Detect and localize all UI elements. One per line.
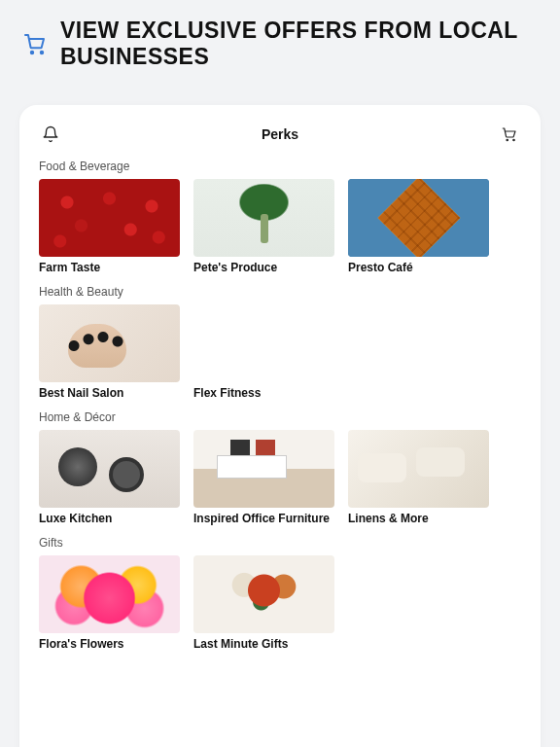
grid-food: Farm Taste Pete's Produce Presto Café — [39, 179, 521, 275]
grid-health: Best Nail Salon Flex Fitness — [39, 304, 521, 401]
perk-item[interactable]: Luxe Kitchen — [39, 430, 180, 526]
thumb-pans — [39, 430, 180, 508]
thumb-linens — [348, 430, 489, 508]
perk-item[interactable]: Presto Café — [348, 179, 489, 275]
perk-item[interactable]: Linens & More — [348, 430, 489, 526]
perk-item[interactable]: Best Nail Salon — [39, 304, 180, 401]
perk-label: Best Nail Salon — [39, 386, 180, 401]
thumb-strawberries — [39, 179, 180, 257]
perk-label: Flex Fitness — [193, 386, 334, 401]
thumb-blank — [193, 304, 334, 382]
section-title-food: Food & Beverage — [39, 160, 521, 173]
svg-point-1 — [41, 52, 43, 53]
promo-banner: VIEW EXCLUSIVE OFFERS FROM LOCAL BUSINES… — [0, 0, 560, 80]
svg-point-0 — [31, 52, 33, 53]
thumb-nails — [39, 304, 180, 382]
thumb-gifts — [193, 555, 334, 633]
cart-outline-icon[interactable] — [498, 123, 521, 146]
thumb-flora — [39, 555, 180, 633]
section-title-gifts: Gifts — [39, 536, 521, 550]
perk-label: Last Minute Gifts — [193, 637, 334, 652]
grid-home: Luxe Kitchen Inspired Office Furniture L… — [39, 430, 521, 526]
perk-item[interactable]: Flora's Flowers — [39, 555, 180, 652]
perk-item[interactable]: Flex Fitness — [193, 304, 334, 401]
top-bar: Perks — [39, 123, 521, 146]
thumb-office — [193, 430, 334, 508]
section-title-home: Home & Décor — [39, 410, 521, 424]
cart-icon — [23, 32, 47, 55]
banner-title: VIEW EXCLUSIVE OFFERS FROM LOCAL BUSINES… — [60, 18, 537, 70]
perk-item[interactable]: Farm Taste — [39, 179, 180, 275]
page-title: Perks — [62, 126, 498, 142]
thumb-broccoli — [193, 179, 334, 257]
svg-point-2 — [507, 139, 508, 141]
perk-label: Pete's Produce — [193, 261, 334, 275]
perk-label: Flora's Flowers — [39, 637, 180, 652]
perk-label: Farm Taste — [39, 261, 180, 275]
thumb-waffle — [348, 179, 489, 257]
perk-label: Presto Café — [348, 261, 489, 275]
perk-label: Luxe Kitchen — [39, 512, 180, 526]
bell-icon[interactable] — [39, 123, 62, 146]
perk-item[interactable]: Inspired Office Furniture — [193, 430, 334, 526]
svg-point-3 — [513, 139, 515, 141]
section-title-health: Health & Beauty — [39, 285, 521, 299]
perk-label: Inspired Office Furniture — [193, 512, 334, 526]
grid-gifts: Flora's Flowers Last Minute Gifts — [39, 555, 521, 652]
perk-item[interactable]: Pete's Produce — [193, 179, 334, 275]
perks-card: Perks Food & Beverage Farm Taste Pete's … — [19, 105, 541, 747]
perk-item[interactable]: Last Minute Gifts — [193, 555, 334, 652]
perk-label: Linens & More — [348, 512, 489, 526]
